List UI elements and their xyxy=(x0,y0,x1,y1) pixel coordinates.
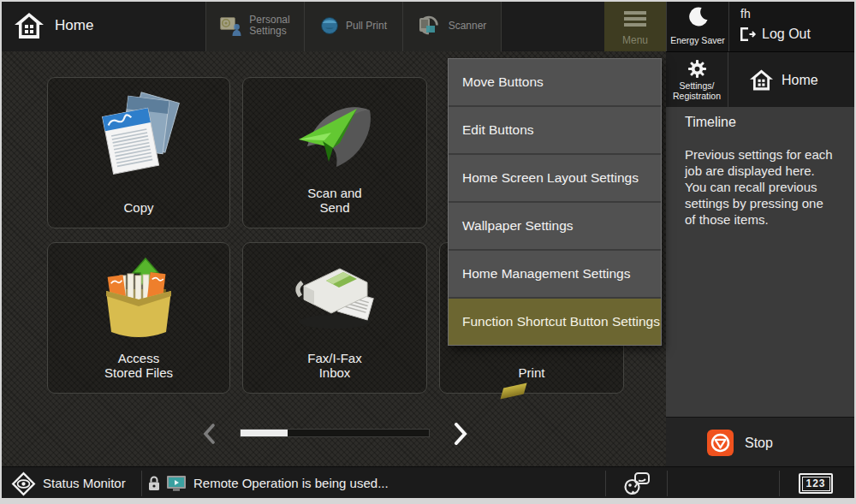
phone-speech-bubble-icon[interactable] xyxy=(623,471,651,496)
lock-icon xyxy=(148,476,160,491)
top-right-panel: Energy Saver fh Log Out xyxy=(666,0,856,51)
tile-label-line: Stored Files xyxy=(48,365,229,380)
timeline-description: Previous settings for each job are displ… xyxy=(685,146,847,228)
menu-item-function-shortcut-button-settings[interactable]: Function Shortcut Button Settings xyxy=(449,297,661,345)
device-screen: Home Personal Settings xyxy=(0,0,856,504)
page-title: Home xyxy=(55,0,93,51)
copy-icon xyxy=(96,92,181,181)
menu-item-wallpaper-settings[interactable]: Wallpaper Settings xyxy=(449,201,661,249)
access-stored-files-icon xyxy=(94,257,183,346)
scan-and-send-icon xyxy=(287,92,383,177)
home-icon xyxy=(14,11,45,40)
divider xyxy=(141,471,142,496)
home-quick-button[interactable]: Home xyxy=(728,52,856,108)
screen-bezel-top xyxy=(0,0,856,2)
divider xyxy=(667,471,668,496)
tile-scan-and-send[interactable]: Scan and Send xyxy=(242,77,427,228)
status-monitor-eye-icon xyxy=(11,471,36,496)
scanner-icon xyxy=(418,15,442,36)
function-shortcut-bar: Personal Settings Pull Print xyxy=(205,0,502,51)
bottom-bar: Status Monitor Remote Operation is being… xyxy=(0,466,856,500)
status-monitor-button[interactable]: Status Monitor xyxy=(0,467,141,500)
timeline-title: Timeline xyxy=(685,115,847,130)
menu-item-home-management-settings[interactable]: Home Management Settings xyxy=(449,249,661,297)
counter-check-label: 123 xyxy=(802,477,830,491)
tile-label-line: Inbox xyxy=(243,365,426,380)
shortcut-label-line: Pull Print xyxy=(346,21,387,32)
tile-label-line: Send xyxy=(243,200,426,215)
top-bar: Home Personal Settings xyxy=(0,0,856,51)
tile-access-stored-files[interactable]: Access Stored Files xyxy=(47,242,230,394)
log-out-door-icon xyxy=(740,27,757,42)
quick-bar: Settings/ Registration Home xyxy=(666,51,856,108)
personal-settings-button[interactable]: Personal Settings xyxy=(206,0,305,51)
screen-bezel-left xyxy=(0,0,2,504)
tile-label-line: Scan and xyxy=(243,186,426,200)
menu-item-home-screen-layout-settings[interactable]: Home Screen Layout Settings xyxy=(449,153,661,201)
page-right-chevron-icon[interactable] xyxy=(453,423,468,445)
tile-copy[interactable]: Copy xyxy=(47,77,230,228)
hamburger-icon xyxy=(624,11,646,29)
tile-label-line: Access xyxy=(48,351,229,365)
timeline-panel: Timeline Previous settings for each job … xyxy=(666,107,856,417)
menu-item-move-buttons[interactable]: Move Buttons xyxy=(449,59,661,105)
timeline-text-line: job are displayed here. xyxy=(685,163,847,179)
remote-operation-message: Remote Operation is being used... xyxy=(193,467,389,500)
pull-print-button[interactable]: Pull Print xyxy=(305,0,403,51)
timeline-text-line: of those items. xyxy=(685,211,847,228)
menu-dropdown: Move Buttons Edit Buttons Home Screen La… xyxy=(448,58,662,346)
personal-settings-icon xyxy=(220,16,242,36)
settings-registration-label-line: Settings/ xyxy=(666,80,728,91)
menu-button[interactable]: Menu xyxy=(604,0,666,51)
page-scroll-fill xyxy=(241,430,288,436)
settings-registration-button[interactable]: Settings/ Registration xyxy=(666,52,728,108)
page-scrollbar[interactable] xyxy=(240,429,430,437)
tile-label-line: Fax/I-Fax xyxy=(243,351,426,365)
log-out-label: Log Out xyxy=(762,27,811,42)
stop-icon xyxy=(707,430,734,456)
divider xyxy=(779,471,780,496)
stop-button[interactable]: Stop xyxy=(707,430,773,456)
counter-check-button[interactable]: 123 xyxy=(799,473,833,494)
menu-item-edit-buttons[interactable]: Edit Buttons xyxy=(449,105,661,153)
moon-icon xyxy=(689,7,708,27)
tile-label-line: Print xyxy=(440,365,623,380)
log-out-button[interactable]: fh Log Out xyxy=(728,0,856,51)
logged-in-user: fh xyxy=(740,7,751,21)
tile-label-line: Copy xyxy=(48,200,229,215)
screen-bezel-bottom xyxy=(0,498,856,504)
divider xyxy=(605,471,606,496)
page-left-chevron-icon[interactable] xyxy=(202,424,216,444)
scanner-button[interactable]: Scanner xyxy=(403,0,502,51)
tile-fax-ifax-inbox[interactable]: Fax/I-Fax Inbox xyxy=(242,242,427,394)
gear-icon xyxy=(687,59,707,79)
shortcut-label-line: Settings xyxy=(249,26,289,37)
fax-inbox-icon xyxy=(283,257,386,341)
status-monitor-label: Status Monitor xyxy=(43,467,126,500)
home-quick-label: Home xyxy=(782,52,818,108)
remote-monitor-icon xyxy=(166,475,187,492)
pull-print-icon xyxy=(320,16,339,35)
settings-registration-label-line: Registration xyxy=(666,91,728,101)
home-icon xyxy=(749,68,774,92)
timeline-text-line: settings by pressing one xyxy=(685,195,847,211)
energy-saver-label: Energy Saver xyxy=(667,35,728,45)
menu-button-label: Menu xyxy=(604,34,666,46)
stop-area: Stop xyxy=(666,417,856,467)
shortcut-label-line: Scanner xyxy=(449,21,487,32)
energy-saver-button[interactable]: Energy Saver xyxy=(667,0,728,51)
timeline-text-line: Previous settings for each xyxy=(685,146,847,163)
stop-label: Stop xyxy=(745,436,773,451)
timeline-text-line: You can recall previous xyxy=(685,179,847,195)
